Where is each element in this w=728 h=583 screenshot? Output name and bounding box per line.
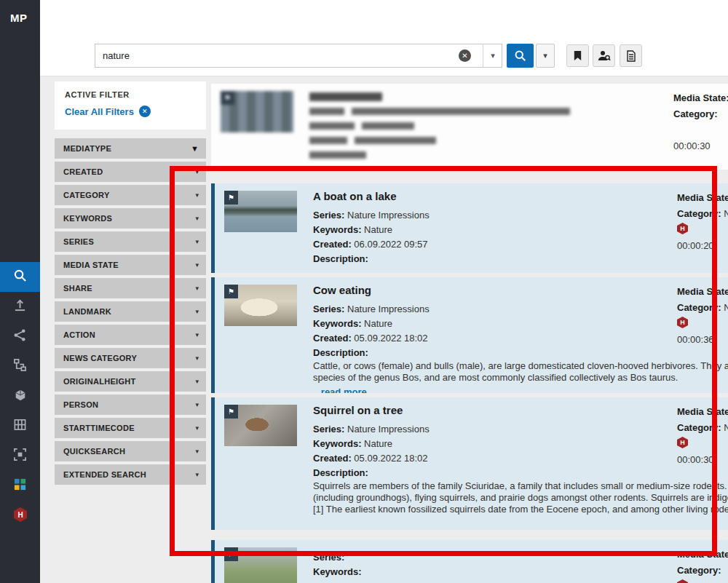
result-title[interactable]: A boat on a lake [313, 189, 728, 204]
clear-all-filters-label: Clear All Filters [65, 106, 134, 117]
video-flag-icon: ⚑ [224, 285, 238, 298]
result-keywords: Keywords: [313, 565, 728, 579]
read-more-link[interactable]: ...read more [313, 386, 367, 393]
header: ✕ ▾ ▾ [40, 0, 728, 76]
filter-list: MEDIATYPE▼CREATED▾CATEGORY▾KEYWORDS▾SERI… [55, 138, 206, 488]
filter-action[interactable]: ACTION▾ [55, 325, 206, 345]
result-description-label: Description: [313, 466, 728, 480]
video-flag-icon: ⚑ [224, 405, 238, 419]
filter-share[interactable]: SHARE▾ [55, 278, 206, 298]
result-details [309, 90, 728, 162]
result-card[interactable]: ⚑Media State:Category:00:00:30 [211, 84, 728, 170]
redacted-text [309, 104, 728, 119]
sidebar-item-apps[interactable] [0, 471, 40, 501]
result-keywords: Keywords: Nature [313, 223, 728, 237]
chevron-down-icon: ▾ [195, 331, 199, 338]
redacted-text [309, 133, 728, 148]
chevron-down-icon: ▾ [195, 215, 199, 222]
redacted-text [309, 90, 728, 104]
result-card[interactable]: ⚑Squirrel on a treeSeries: Nature Impres… [211, 397, 728, 530]
sidebar-item-share-nodes[interactable] [0, 322, 40, 352]
bookmark-button[interactable] [566, 44, 589, 67]
chevron-down-icon: ▾ [195, 168, 199, 175]
sidebar-item-search[interactable] [0, 262, 40, 292]
result-card[interactable]: ⚑Cow eatingSeries: Nature ImpressionsKey… [211, 277, 728, 393]
h-state-icon: H [677, 579, 688, 583]
document-button[interactable] [620, 44, 642, 67]
video-flag-icon: ⚑ [221, 91, 234, 105]
document-icon [625, 50, 637, 62]
search-input[interactable] [95, 44, 502, 68]
filter-label: MEDIA STATE [63, 261, 195, 269]
result-title[interactable]: Squirrel on a tree [313, 403, 728, 418]
result-thumbnail[interactable]: ⚑ [224, 191, 297, 232]
filter-category[interactable]: CATEGORY▾ [55, 185, 206, 205]
sidebar-item-brand-h[interactable]: H [0, 501, 40, 531]
filter-extended-search[interactable]: EXTENDED SEARCH▾ [55, 464, 206, 485]
result-details: Cow eatingSeries: Nature ImpressionsKeyw… [313, 283, 728, 393]
result-created: Created: 06.09.2022 09:57 [313, 237, 728, 252]
search-button[interactable] [507, 44, 534, 68]
chevron-down-icon: ▾ [195, 401, 199, 408]
filter-label: SERIES [63, 237, 195, 246]
sidebar-item-upload[interactable] [0, 292, 40, 322]
filter-label: CATEGORY [63, 191, 195, 199]
h-state-icon: H [677, 223, 688, 234]
sidebar-item-media-grid[interactable] [0, 411, 40, 441]
sidebar-item-qr-scan[interactable] [0, 441, 40, 471]
filter-keywords[interactable]: KEYWORDS▾ [55, 208, 206, 229]
clear-all-filters[interactable]: Clear All Filters ✕ [65, 106, 196, 117]
filter-quicksearch[interactable]: QUICKSEARCH▾ [55, 441, 206, 461]
sidebar-item-workflow[interactable] [0, 352, 40, 381]
filter-created[interactable]: CREATED▾ [55, 162, 206, 182]
filter-label: ACTION [63, 330, 195, 339]
search-options-button[interactable]: ▾ [536, 44, 555, 68]
filter-media-state[interactable]: MEDIA STATE▾ [55, 255, 206, 275]
result-thumbnail[interactable]: ⚑ [224, 547, 297, 583]
redacted-text [309, 119, 728, 133]
sidebar-item-cube[interactable] [0, 381, 40, 411]
filter-landmark[interactable]: LANDMARK▾ [55, 301, 206, 322]
user-search-icon [598, 49, 611, 63]
chevron-down-icon: ▾ [195, 238, 199, 245]
h-state-icon: H [677, 317, 688, 328]
filter-series[interactable]: SERIES▾ [55, 231, 206, 252]
result-thumbnail[interactable]: ⚑ [224, 405, 297, 446]
brand-h-icon: H [12, 507, 28, 526]
filter-starttimecode[interactable]: STARTTIMECODE▾ [55, 418, 206, 438]
state-icon-slot [673, 123, 728, 139]
filter-originalheight[interactable]: ORIGINALHEIGHT▾ [55, 371, 206, 392]
media-state-label: Media State: [673, 91, 728, 107]
result-created: Created: 05.09.2022 18:02 [313, 331, 728, 346]
media-state-label: Media State: [677, 547, 728, 563]
workflow-icon [13, 358, 27, 375]
result-description-line: species of the genus Bos, and are most c… [313, 372, 728, 384]
chevron-down-icon: ▾ [195, 448, 199, 455]
chevron-down-icon: ▾ [195, 378, 199, 385]
chevron-down-icon: ▾ [195, 424, 199, 432]
clear-search-icon[interactable]: ✕ [459, 49, 471, 62]
chevron-down-icon: ▼ [191, 144, 199, 153]
share-nodes-icon [13, 328, 27, 345]
result-thumbnail[interactable]: ⚑ [224, 285, 297, 326]
filter-news-category[interactable]: NEWS CATEGORY▾ [55, 348, 206, 368]
qr-scan-icon [13, 448, 27, 464]
filter-label: PERSON [63, 400, 195, 409]
result-card[interactable]: ⚑A boat on a lakeSeries: Nature Impressi… [211, 183, 728, 273]
user-search-button[interactable] [593, 44, 615, 67]
media-state-label: Media State: [677, 285, 728, 301]
filter-mediatype[interactable]: MEDIATYPE▼ [55, 138, 206, 159]
state-icon-slot: H [677, 437, 728, 453]
result-thumbnail[interactable]: ⚑ [221, 91, 293, 132]
media-state-label: Media State: [677, 191, 728, 207]
result-card[interactable]: ⚑Series:Keywords:Description:Media State… [211, 540, 728, 583]
result-series: Series: Nature Impressions [313, 208, 728, 223]
result-title[interactable]: Cow eating [313, 283, 728, 298]
clear-filters-x-icon: ✕ [139, 106, 151, 117]
search-input-dropdown-icon[interactable]: ▾ [483, 44, 502, 68]
filter-label: QUICKSEARCH [63, 447, 195, 456]
filter-person[interactable]: PERSON▾ [55, 394, 206, 415]
result-meta: Media State:Category: NeH00:00:20 [677, 191, 728, 255]
bookmark-icon [572, 50, 583, 61]
result-description-label: Description: [313, 252, 728, 266]
